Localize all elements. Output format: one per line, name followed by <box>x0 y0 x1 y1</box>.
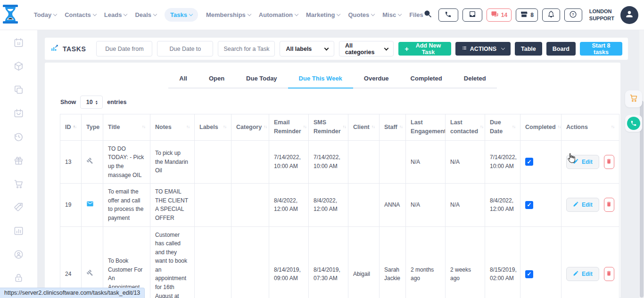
plus-icon: + <box>405 45 409 53</box>
gift-icon[interactable] <box>13 155 24 166</box>
due-date-to-input[interactable] <box>157 41 213 56</box>
nav-files[interactable]: Files <box>409 11 423 18</box>
col-due-date[interactable]: Due Date↑↓ <box>485 114 520 141</box>
edit-icon <box>573 201 579 209</box>
trash-icon <box>606 270 612 278</box>
edit-button[interactable]: Edit <box>566 198 599 212</box>
cell-client <box>348 184 380 226</box>
help-button[interactable]: ? <box>564 8 582 22</box>
chat-button[interactable]: 14 <box>487 8 512 22</box>
categories-select[interactable]: All categories <box>339 41 394 56</box>
trash-icon <box>606 158 612 166</box>
floating-phone-button[interactable] <box>625 115 642 132</box>
chevron-down-icon <box>501 46 505 50</box>
sort-icon: ↑↓ <box>223 124 226 130</box>
phone-button[interactable] <box>438 8 458 22</box>
col-category[interactable]: Category↑↓ <box>231 114 269 141</box>
col-sms-reminder[interactable]: SMS Reminder↑↓ <box>309 114 348 141</box>
col-id[interactable]: ID↑↓ <box>60 114 82 141</box>
chart-icon[interactable] <box>13 226 24 236</box>
package-icon[interactable] <box>13 61 24 72</box>
sort-icon: ↑↓ <box>480 124 483 130</box>
store-button[interactable]: 8 <box>516 8 538 22</box>
vertical-scrollbar[interactable] <box>639 30 644 298</box>
tab-overdue[interactable]: Overdue <box>353 70 400 89</box>
completed-checkbox[interactable]: ✓ <box>525 270 533 278</box>
user-badge-icon[interactable] <box>13 249 24 260</box>
col-last-contacted[interactable]: Last contacted↑↓ <box>446 114 485 141</box>
delete-button[interactable] <box>604 155 614 169</box>
cell-email-reminder: 7/14/2022, 10:00 AM <box>269 140 309 183</box>
nav-quotes[interactable]: Quotes <box>348 11 374 18</box>
sort-icon: ↑↓ <box>512 124 515 130</box>
cell-last-contacted: N/A <box>446 184 485 226</box>
sort-icon: ↑↓ <box>186 124 190 130</box>
nav-marketing[interactable]: Marketing <box>306 11 340 18</box>
tag-icon[interactable] <box>13 202 24 213</box>
sort-icon: ↑↓ <box>264 124 267 130</box>
col-actions[interactable]: Actions↑↓ <box>561 114 619 141</box>
inbox-button[interactable] <box>462 8 482 22</box>
cell-staff: Sarah Jackie <box>380 226 406 298</box>
labels-select[interactable]: All labels <box>280 41 334 56</box>
nav-tasks[interactable]: Tasks <box>165 8 198 22</box>
tab-completed[interactable]: Completed <box>400 70 453 89</box>
notifications-button[interactable] <box>542 8 560 22</box>
chat-count-badge: 14 <box>501 12 507 18</box>
top-bar-actions: 14 8 ? LONDONSUPPORT <box>423 6 644 24</box>
search-icon[interactable] <box>423 9 433 21</box>
nav-automation[interactable]: Automation <box>259 11 298 18</box>
cell-notes: Customer has called and they want to boo… <box>150 226 195 298</box>
col-staff[interactable]: Staff↑↓ <box>380 114 406 141</box>
status-bar-url: https://server2.clinicsoftware.com/tasks… <box>0 288 145 298</box>
nav-memberships[interactable]: Memberships <box>206 11 251 18</box>
entries-length-select[interactable]: 10 ▴▾ <box>80 96 103 109</box>
cell-category <box>231 140 269 183</box>
copy-icon[interactable] <box>13 84 24 95</box>
nav-misc[interactable]: Misc <box>382 11 401 18</box>
completed-checkbox[interactable]: ✓ <box>525 201 533 209</box>
cell-completed: ✓ <box>520 140 561 183</box>
col-completed[interactable]: Completed↑↓ <box>520 114 561 141</box>
delete-button[interactable] <box>604 198 614 212</box>
page-title: TASKS <box>50 44 86 54</box>
cell-actions: Edit <box>561 140 619 183</box>
tab-all[interactable]: All <box>168 70 198 89</box>
tab-deleted[interactable]: Deleted <box>453 70 497 89</box>
app-logo[interactable] <box>0 4 21 26</box>
col-notes[interactable]: Notes↑↓ <box>150 114 195 141</box>
history-icon[interactable] <box>13 131 24 142</box>
col-email-reminder[interactable]: Email Reminder↑↓ <box>269 114 309 141</box>
tab-due-this-week[interactable]: Due This Week <box>288 70 353 89</box>
nav-contacts[interactable]: Contacts <box>65 11 96 18</box>
edit-button[interactable]: Edit <box>566 267 599 281</box>
tab-open[interactable]: Open <box>198 70 235 89</box>
start-tasks-button[interactable]: Start 8 tasks <box>580 42 622 56</box>
delete-button[interactable] <box>604 267 614 281</box>
nav-today[interactable]: Today <box>34 11 57 18</box>
edit-button[interactable]: Edit <box>566 155 599 169</box>
col-last-engagement: Last Engagement <box>406 114 446 141</box>
add-new-task-button[interactable]: + Add New Task <box>398 42 451 56</box>
lock-icon[interactable] <box>13 273 24 283</box>
tab-due-today[interactable]: Due Today <box>235 70 288 89</box>
left-sidebar: 12 <box>0 30 38 298</box>
floating-cart-button[interactable] <box>625 90 642 107</box>
table-view-button[interactable]: Table <box>515 42 542 56</box>
completed-checkbox[interactable]: ✓ <box>525 158 533 166</box>
calendar-icon[interactable]: 12 <box>13 37 24 48</box>
board-view-button[interactable]: Board <box>546 42 576 56</box>
cart-icon[interactable] <box>13 178 24 189</box>
actions-button[interactable]: ACTIONS <box>455 42 511 56</box>
nav-leads[interactable]: Leads <box>104 11 127 18</box>
col-labels[interactable]: Labels↑↓ <box>195 114 231 141</box>
calendar-alt-icon[interactable] <box>13 108 24 119</box>
cell-labels <box>195 226 231 298</box>
col-client[interactable]: Client↑↓ <box>348 114 380 141</box>
user-avatar[interactable] <box>620 6 638 24</box>
table-row: 19 To email the offer and call to proces… <box>60 184 619 226</box>
nav-deals[interactable]: Deals <box>135 11 157 18</box>
task-search-input[interactable] <box>218 41 275 56</box>
due-date-from-input[interactable] <box>96 41 152 56</box>
col-title[interactable]: Title↑↓ <box>103 114 150 141</box>
